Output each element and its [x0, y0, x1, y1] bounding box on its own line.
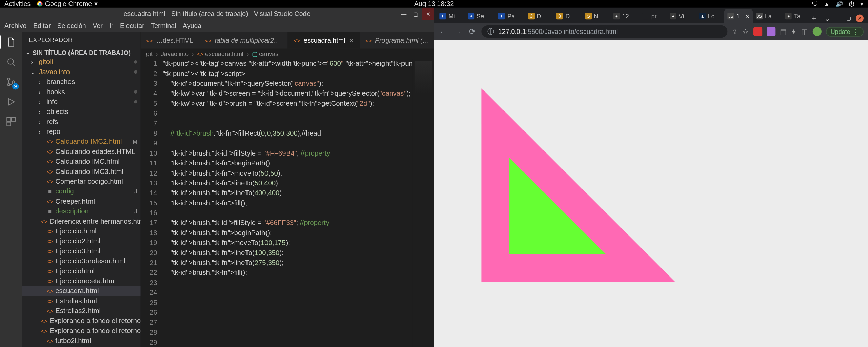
- browser-tab[interactable]: GNuml: [582, 9, 610, 23]
- workspace-section-header[interactable]: ⌄ SIN TÍTULO (ÁREA DE TRABAJO): [22, 47, 140, 57]
- editor-tab[interactable]: <>tabla de multiplicar2.html: [199, 32, 288, 49]
- file-item[interactable]: <>Explorando a fondo el retorno de funci…: [22, 326, 140, 336]
- file-item[interactable]: <>Creeper.html: [22, 197, 140, 206]
- editor-tab[interactable]: <>escuadra.html✕: [288, 32, 360, 49]
- extensions-activity-icon[interactable]: [4, 115, 18, 128]
- browser-tab[interactable]: ₿Dona: [553, 9, 581, 23]
- forward-button[interactable]: →: [453, 27, 463, 36]
- menu-ayuda[interactable]: Ayuda: [183, 22, 201, 30]
- file-item[interactable]: <>escuadra.html: [22, 286, 140, 296]
- window-maximize-button[interactable]: ▢: [410, 8, 422, 20]
- explorer-more-icon[interactable]: ⋯: [128, 36, 134, 43]
- browser-tab[interactable]: pruel: [639, 9, 667, 23]
- menu-editar[interactable]: Editar: [33, 22, 51, 30]
- file-item[interactable]: ≡descriptionU: [22, 206, 140, 216]
- file-item[interactable]: ≡configU: [22, 186, 140, 196]
- browser-tab[interactable]: aLógic: [696, 9, 724, 23]
- folder-Javaolinto[interactable]: ⌄Javaolinto: [22, 67, 140, 77]
- file-item[interactable]: <>Calculando IMC.html: [22, 157, 140, 166]
- browser-tab[interactable]: JSLa gu: [753, 9, 782, 23]
- file-item[interactable]: <>Ejercicio2.html: [22, 236, 140, 246]
- window-minimize-button[interactable]: —: [397, 8, 410, 20]
- minimap[interactable]: [412, 59, 434, 347]
- file-item[interactable]: <>Ejerciciohtml: [22, 266, 140, 276]
- active-app-indicator[interactable]: Google Chrome ▾: [37, 0, 97, 8]
- breadcrumbs[interactable]: git›Javaolinto›<> escuadra.html›▢ canvas: [141, 49, 434, 59]
- browser-tab[interactable]: ●Visua: [667, 9, 696, 23]
- folder-objects[interactable]: ›objects: [22, 107, 140, 117]
- breadcrumb-segment[interactable]: <> escuadra.html: [197, 50, 243, 57]
- folder-gitoli[interactable]: ›gitoli: [22, 57, 140, 67]
- file-item[interactable]: <>Calcuando IMC2.htmlM: [22, 137, 140, 146]
- file-item[interactable]: <>Comentar codigo.html: [22, 177, 140, 186]
- window-maximize-button[interactable]: ▢: [845, 14, 852, 22]
- window-minimize-button[interactable]: —: [834, 14, 842, 22]
- new-tab-button[interactable]: ＋: [810, 13, 817, 23]
- folder-repo[interactable]: ›repo: [22, 127, 140, 137]
- reload-button[interactable]: ⟳: [467, 27, 477, 36]
- browser-tab[interactable]: ✦Minis: [436, 9, 465, 23]
- menu-ir[interactable]: Ir: [109, 22, 113, 30]
- activities-button[interactable]: Activities: [4, 0, 31, 8]
- browser-tab[interactable]: ₿Dona: [525, 9, 553, 23]
- power-icon[interactable]: ⏻: [849, 1, 855, 7]
- file-item[interactable]: <>Ejercicio3.html: [22, 246, 140, 256]
- file-item[interactable]: <>Calculando edades.HTML: [22, 147, 140, 157]
- browser-tab[interactable]: JS12✕: [724, 9, 753, 23]
- back-button[interactable]: ←: [438, 27, 448, 36]
- folder-refs[interactable]: ›refs: [22, 117, 140, 126]
- browser-tab[interactable]: ●Tabla: [782, 9, 810, 23]
- menu-archivo[interactable]: Archivo: [4, 22, 26, 30]
- source-control-activity-icon[interactable]: 9: [4, 75, 18, 88]
- profile-avatar[interactable]: [812, 27, 821, 36]
- extension-icon[interactable]: [753, 27, 762, 36]
- folder-hooks[interactable]: ›hooks: [22, 87, 140, 97]
- file-item[interactable]: <>Ejercicio.html: [22, 226, 140, 236]
- breadcrumb-segment[interactable]: ▢ canvas: [252, 50, 278, 57]
- editor-tab[interactable]: <>Programa.html (índice)🔒: [360, 32, 434, 49]
- menu-selección[interactable]: Selección: [57, 22, 86, 30]
- bookmark-star-icon[interactable]: ☆: [742, 27, 749, 36]
- browser-tab[interactable]: ✦Partic: [495, 9, 525, 23]
- shield-icon[interactable]: 🛡: [812, 1, 818, 7]
- file-item[interactable]: <>Diferencia entre hermanos.html: [22, 216, 140, 226]
- file-item[interactable]: <>Estrellas.html: [22, 296, 140, 306]
- search-activity-icon[interactable]: [4, 55, 18, 68]
- extension-icon[interactable]: [766, 27, 775, 36]
- system-menu-chevron-icon[interactable]: ▾: [860, 0, 864, 7]
- tab-search-chevron-icon[interactable]: ⌄: [824, 14, 830, 22]
- folder-info[interactable]: ›info: [22, 97, 140, 107]
- share-icon[interactable]: ⇪: [732, 27, 738, 36]
- address-bar[interactable]: ⓘ 127.0.0.1:5500/Javaolinto/escuadra.htm…: [481, 25, 727, 38]
- code-editor[interactable]: 1234567891011121314151617181920212223242…: [141, 59, 434, 347]
- file-item[interactable]: <>Estrellas2.html: [22, 306, 140, 316]
- side-panel-icon[interactable]: ◫: [801, 27, 808, 36]
- browser-tab[interactable]: ✦Servic: [465, 9, 495, 23]
- menu-terminal[interactable]: Terminal: [151, 22, 176, 30]
- update-button[interactable]: Update ⋮: [826, 27, 864, 36]
- browser-tab[interactable]: ●127.0: [610, 9, 639, 23]
- menu-ejecutar[interactable]: Ejecutar: [120, 22, 144, 30]
- file-tree[interactable]: ›gitoli⌄Javaolinto›branches›hooks›info›o…: [22, 57, 140, 347]
- file-item[interactable]: <>Calculando IMC3.html: [22, 166, 140, 176]
- folder-branches[interactable]: ›branches: [22, 77, 140, 87]
- run-debug-activity-icon[interactable]: [4, 95, 18, 108]
- file-item[interactable]: <>Explorando a fondo el retorno de funci…: [22, 316, 140, 326]
- breadcrumb-segment[interactable]: Javaolinto: [161, 50, 189, 57]
- code-content[interactable]: "tk-punc"><"tk-tag">canvas "tk-attr">wid…: [163, 59, 412, 347]
- file-item[interactable]: <>futbo2l.html: [22, 336, 140, 346]
- volume-icon[interactable]: 🔊: [835, 0, 843, 7]
- file-item[interactable]: <>Ejercicioreceta.html: [22, 276, 140, 286]
- breadcrumb-segment[interactable]: git: [146, 50, 153, 57]
- window-close-button[interactable]: ✕: [422, 8, 434, 20]
- editor-tab[interactable]: <>…des.HTML: [141, 32, 200, 49]
- explorer-activity-icon[interactable]: [4, 35, 18, 48]
- menu-ver[interactable]: Ver: [93, 22, 102, 30]
- clock[interactable]: Aug 13 18:32: [414, 0, 454, 8]
- reading-list-icon[interactable]: ▤: [780, 27, 787, 36]
- network-icon[interactable]: ▲: [824, 1, 830, 7]
- file-item[interactable]: <>Ejercicio3profesor.html: [22, 256, 140, 266]
- extensions-puzzle-icon[interactable]: ✦: [791, 27, 797, 36]
- site-info-icon[interactable]: ⓘ: [487, 27, 494, 36]
- window-close-button[interactable]: ✕: [856, 14, 864, 22]
